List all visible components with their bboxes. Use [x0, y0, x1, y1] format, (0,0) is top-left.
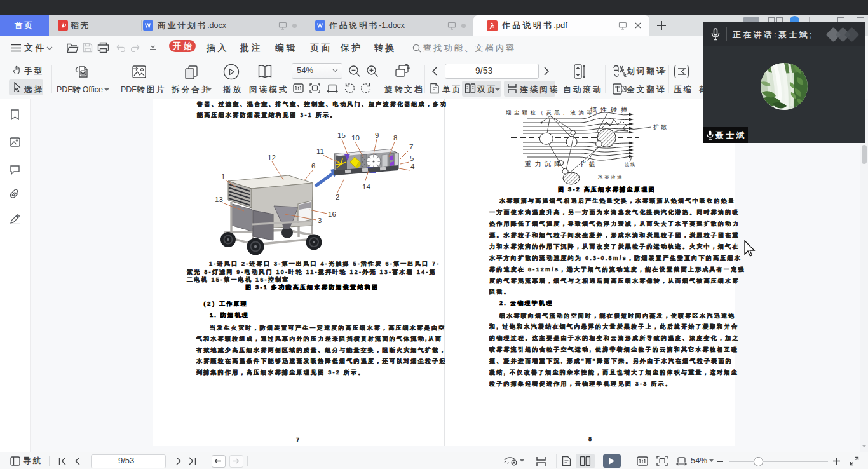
svg-text:烟尘颗粒（炭黑、液滴等）: 烟尘颗粒（炭黑、液滴等）	[506, 109, 602, 116]
svg-text:9: 9	[375, 132, 379, 139]
svg-text:扩散: 扩散	[653, 124, 668, 130]
svg-text:16: 16	[328, 210, 336, 218]
svg-text:11: 11	[316, 147, 324, 155]
svg-text:2: 2	[336, 193, 339, 201]
svg-text:3: 3	[318, 217, 322, 224]
svg-text:拦截: 拦截	[580, 161, 597, 168]
svg-text:水雾液滴: 水雾液滴	[597, 174, 623, 180]
svg-text:4: 4	[410, 163, 415, 170]
svg-text:重力沉降: 重力沉降	[524, 160, 564, 167]
svg-text:6: 6	[311, 162, 315, 170]
svg-text:5: 5	[410, 154, 414, 162]
svg-text:1: 1	[221, 173, 225, 180]
svg-text:惯性碰撞: 惯性碰撞	[590, 106, 631, 113]
svg-text:流线: 流线	[625, 162, 636, 167]
svg-text:15: 15	[337, 132, 346, 139]
svg-text:13: 13	[215, 196, 223, 203]
svg-text:10: 10	[351, 134, 360, 142]
svg-text:14: 14	[362, 183, 370, 191]
svg-text:12: 12	[268, 154, 276, 161]
svg-text:7: 7	[409, 143, 413, 151]
svg-text:8: 8	[393, 134, 397, 142]
